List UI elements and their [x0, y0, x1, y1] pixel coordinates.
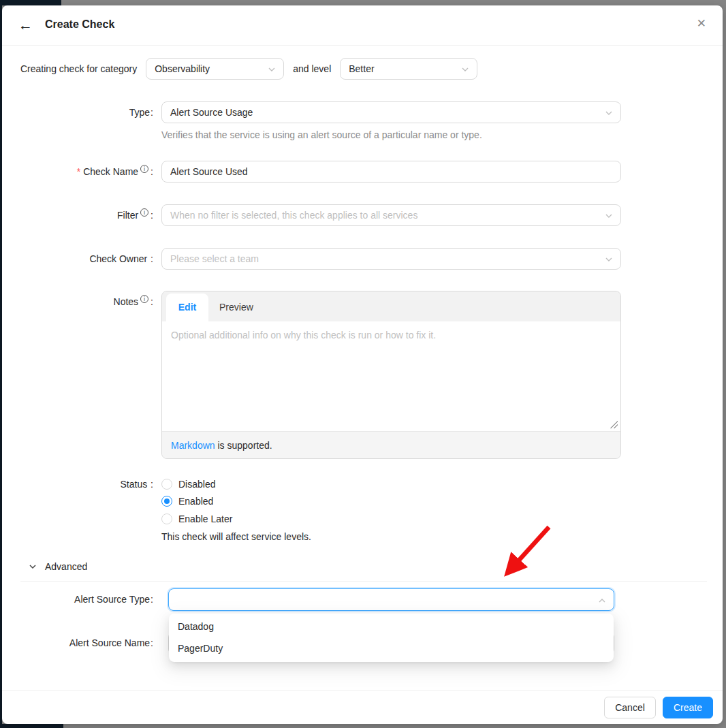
notes-row: Notesi: Edit Preview Markdown is support… [2, 291, 621, 459]
label-colon: : [151, 107, 153, 118]
check-name-label-text: Check Name [83, 166, 138, 177]
category-select-value: Observability [155, 63, 210, 74]
notes-textarea[interactable] [162, 321, 620, 431]
type-select-value: Alert Source Usage [170, 107, 253, 118]
radio-enabled-label: Enabled [178, 496, 213, 507]
category-select[interactable]: Observability [146, 58, 284, 80]
filter-row: Filteri: When no filter is selected, thi… [2, 204, 621, 226]
filter-label: Filteri: [2, 204, 157, 226]
label-colon: : [151, 594, 153, 605]
check-name-row: *Check Namei: [2, 161, 621, 183]
check-owner-row: Check Owner : Please select a team [2, 248, 621, 270]
category-row-middle: and level [293, 63, 331, 74]
page-behind-bottom-bar [0, 724, 63, 728]
filter-label-text: Filter [117, 210, 138, 221]
chevron-down-icon [605, 255, 613, 264]
info-icon: i [140, 165, 148, 173]
status-row: Status : Disabled Enabled Enable Later [2, 475, 621, 528]
alert-source-type-dropdown: Datadog PagerDuty [169, 614, 614, 662]
notes-label-text: Notes [114, 296, 139, 307]
option-datadog[interactable]: Datadog [169, 616, 614, 637]
notes-label: Notesi: [2, 291, 157, 459]
level-select[interactable]: Better [340, 58, 477, 80]
radio-disabled-label: Disabled [178, 479, 215, 490]
check-owner-label-text: Check Owner [89, 253, 147, 264]
type-label-text: Type [129, 107, 150, 118]
page-behind-top-bar [0, 0, 61, 5]
type-row: Type: Alert Source Usage [2, 101, 621, 123]
option-pagerduty[interactable]: PagerDuty [169, 637, 614, 659]
header-divider [2, 45, 723, 46]
type-help-text: Verifies that the service is using an al… [161, 129, 482, 140]
info-icon: i [140, 295, 148, 303]
radio-circle-icon [161, 513, 172, 524]
chevron-down-icon [605, 212, 613, 220]
cancel-button[interactable]: Cancel [604, 697, 656, 718]
page-title: Create Check [45, 18, 114, 31]
status-note: This check will affect service levels. [161, 531, 311, 542]
annotation-arrow [489, 520, 557, 577]
radio-disabled[interactable]: Disabled [161, 475, 621, 493]
alert-source-type-label: Alert Source Type: [2, 588, 157, 611]
advanced-toggle[interactable]: Advanced [29, 561, 87, 572]
notes-footer-text: is supported. [215, 440, 272, 451]
radio-circle-icon [161, 479, 172, 490]
check-owner-select[interactable]: Please select a team [161, 248, 621, 270]
required-asterisk: * [77, 166, 80, 177]
alert-source-name-label: Alert Source Name: [2, 632, 157, 654]
filter-select-placeholder: When no filter is selected, this check a… [170, 210, 417, 221]
check-owner-select-placeholder: Please select a team [170, 253, 259, 264]
radio-enabled[interactable]: Enabled [161, 493, 621, 511]
chevron-down-icon [605, 109, 613, 117]
back-arrow-icon[interactable]: ← [18, 17, 33, 33]
alert-source-name-label-text: Alert Source Name [69, 637, 150, 648]
alert-source-type-select[interactable] [168, 588, 614, 611]
modal-header: ← Create Check ✕ [2, 5, 723, 45]
notes-footer: Markdown is supported. [162, 431, 620, 459]
advanced-label: Advanced [45, 561, 87, 572]
notes-tab-bar: Edit Preview [162, 291, 620, 321]
category-level-row: Creating check for category Observabilit… [20, 58, 486, 80]
label-colon: : [151, 479, 153, 490]
chevron-up-icon [598, 597, 606, 605]
markdown-link[interactable]: Markdown [171, 440, 215, 451]
status-label-text: Status [121, 479, 148, 490]
check-name-input[interactable] [161, 161, 621, 183]
label-colon: : [151, 637, 153, 648]
notes-editor: Edit Preview Markdown is supported. [161, 291, 621, 459]
category-row-prefix: Creating check for category [20, 63, 137, 74]
tab-preview[interactable]: Preview [219, 294, 253, 321]
status-label: Status : [2, 475, 157, 528]
check-owner-label: Check Owner : [2, 248, 157, 270]
advanced-divider [20, 581, 707, 582]
notes-textarea-wrap [162, 321, 620, 431]
radio-circle-checked-icon [161, 496, 172, 507]
filter-select[interactable]: When no filter is selected, this check a… [161, 204, 621, 226]
label-colon: : [151, 253, 153, 264]
alert-source-type-row: Alert Source Type: [2, 588, 614, 611]
chevron-down-icon [268, 65, 276, 74]
alert-source-type-label-text: Alert Source Type [74, 594, 150, 605]
chevron-down-icon [461, 65, 469, 74]
chevron-down-icon [29, 563, 37, 571]
footer-divider [2, 690, 723, 691]
radio-enable-later[interactable]: Enable Later [161, 510, 621, 528]
label-colon: : [151, 210, 153, 221]
check-name-label: *Check Namei: [2, 161, 157, 183]
radio-enable-later-label: Enable Later [178, 513, 232, 524]
create-button[interactable]: Create [663, 697, 713, 718]
label-colon: : [151, 166, 153, 177]
tab-edit[interactable]: Edit [166, 294, 208, 321]
type-select[interactable]: Alert Source Usage [161, 101, 621, 123]
type-label: Type: [2, 101, 157, 123]
label-colon: : [151, 296, 153, 307]
level-select-value: Better [349, 63, 374, 74]
close-icon[interactable]: ✕ [697, 16, 706, 31]
resize-grip-icon[interactable] [610, 421, 618, 428]
create-check-modal: ← Create Check ✕ Creating check for cate… [2, 5, 723, 724]
info-icon: i [140, 208, 148, 217]
